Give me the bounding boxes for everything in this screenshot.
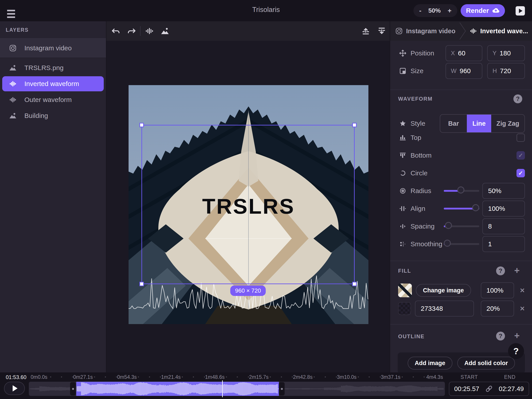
- add-waveform-button[interactable]: [144, 25, 155, 37]
- layer-label: Instagram video: [24, 44, 72, 52]
- fill-image-opacity-input[interactable]: 100%: [481, 282, 514, 298]
- align-label: Align: [411, 205, 425, 212]
- top-checkbox[interactable]: [516, 133, 525, 142]
- fill-add-button[interactable]: +: [513, 266, 521, 275]
- artboard[interactable]: TRSLRS 960 × 720: [129, 85, 368, 324]
- layer-item-outer-waveform[interactable]: Outer waveform: [0, 92, 106, 108]
- radius-value-input[interactable]: 50%: [482, 183, 525, 199]
- render-label: Render: [466, 7, 489, 14]
- divider: [390, 324, 532, 324]
- resize-handle-top-left[interactable]: [139, 123, 144, 127]
- canvas-area: TRSLRS 960 × 720: [106, 21, 390, 372]
- resize-handle-bottom-left[interactable]: [139, 282, 144, 286]
- circle-checkbox[interactable]: ✓: [516, 169, 525, 177]
- bottom-checkbox[interactable]: ✓: [516, 151, 525, 160]
- fill-color-opacity-input[interactable]: 20%: [481, 301, 514, 317]
- smoothing-row: Smoothing1: [390, 236, 532, 252]
- layer-item-trslrs-png[interactable]: TRSLRS.png: [0, 60, 106, 76]
- fill-help-button[interactable]: ?: [496, 266, 505, 275]
- remove-fill-image-button[interactable]: ✕: [520, 287, 525, 294]
- size-h-input[interactable]: H 720: [487, 63, 525, 79]
- ruler-minor-tick: [72, 376, 73, 378]
- outline-help-button[interactable]: ?: [496, 332, 505, 341]
- divider: [390, 261, 532, 261]
- align-slider-knob[interactable]: [472, 204, 479, 211]
- current-time: 01:53.60: [6, 374, 26, 380]
- waveform-help-button[interactable]: ?: [513, 95, 522, 103]
- change-image-button[interactable]: Change image: [416, 284, 471, 297]
- help-floating-button[interactable]: ?: [508, 343, 524, 359]
- smoothing-slider-knob[interactable]: [444, 240, 451, 247]
- radius-slider-knob[interactable]: [457, 186, 464, 194]
- remove-fill-color-button[interactable]: ✕: [520, 305, 525, 312]
- trim-end-handle[interactable]: [279, 382, 285, 395]
- position-x-input[interactable]: X 60: [446, 45, 482, 61]
- trim-start-input[interactable]: 00:25.57: [454, 385, 479, 393]
- bring-to-front-button[interactable]: [360, 25, 372, 37]
- fill-color-input[interactable]: 273348: [415, 301, 474, 317]
- fill-row-color: 273348 20% ✕: [390, 300, 532, 317]
- canvas-toolbar: [106, 21, 390, 41]
- circle-row: Circle✓: [390, 165, 532, 181]
- preview-button[interactable]: [516, 6, 525, 16]
- undo-button[interactable]: [110, 25, 121, 37]
- start-label: START: [461, 374, 478, 380]
- waveform-section-header: WAVEFORM: [398, 96, 433, 102]
- link-icon[interactable]: [485, 385, 493, 393]
- trim-start-handle[interactable]: [70, 382, 76, 395]
- layer-selection-box[interactable]: 960 × 720: [141, 125, 355, 284]
- outline-add-button[interactable]: +: [513, 331, 521, 340]
- divider: [140, 26, 140, 36]
- fill-color-swatch[interactable]: [398, 302, 411, 315]
- ruler-minor-tick: [193, 376, 194, 378]
- layer-item-building[interactable]: Building: [0, 108, 106, 124]
- outline-add-solid-color-button[interactable]: Add solid color: [457, 357, 515, 369]
- smoothing-value-input[interactable]: 1: [482, 236, 525, 252]
- zoom-in-button[interactable]: +: [448, 7, 451, 14]
- fill-image-thumbnail[interactable]: [398, 284, 412, 297]
- ruler-minor-tick: [237, 376, 238, 378]
- trim-end-input[interactable]: 02:27.49: [499, 385, 524, 393]
- radius-slider[interactable]: [444, 190, 479, 192]
- playhead[interactable]: [222, 380, 223, 397]
- outline-section-header: OUTLINE: [398, 333, 424, 340]
- outline-add-image-button[interactable]: Add image: [408, 357, 452, 369]
- ruler-minor-tick: [380, 376, 381, 378]
- bottom-icon: [398, 152, 407, 159]
- align-slider[interactable]: [444, 208, 479, 209]
- resize-icon: [398, 68, 407, 74]
- divider: [390, 89, 532, 90]
- ruler-tick-label: 4m4.3s: [426, 374, 443, 380]
- radius-label: Radius: [411, 187, 431, 195]
- position-label: Position: [411, 50, 434, 57]
- render-button[interactable]: Render: [461, 4, 505, 17]
- layer-label: TRSLRS.png: [24, 64, 64, 72]
- position-y-input[interactable]: Y 180: [487, 45, 525, 61]
- size-w-input[interactable]: W 960: [446, 63, 482, 79]
- ruler-minor-tick: [50, 376, 51, 378]
- ruler-tick-label: 1m21.4s: [161, 374, 181, 380]
- breadcrumb-parent[interactable]: Instagram video: [406, 27, 455, 35]
- layer-item-instagram-video[interactable]: Instagram video: [0, 38, 106, 58]
- align-value-input[interactable]: 100%: [482, 201, 525, 216]
- ruler-minor-tick: [116, 376, 117, 378]
- send-to-back-button[interactable]: [376, 25, 387, 37]
- ruler-tick-label: 0m0.0s: [31, 374, 47, 380]
- spacing-slider-knob[interactable]: [445, 222, 452, 229]
- zoom-out-button[interactable]: -: [419, 7, 421, 14]
- redo-button[interactable]: [126, 25, 137, 37]
- layer-item-inverted-waveform[interactable]: Inverted waveform: [2, 76, 104, 91]
- spacing-slider[interactable]: [444, 225, 479, 227]
- ruler-minor-tick: [248, 376, 249, 378]
- ruler-minor-tick: [61, 376, 62, 378]
- add-image-button[interactable]: [159, 25, 171, 37]
- smoothing-slider[interactable]: [444, 243, 479, 245]
- audio-track[interactable]: [29, 382, 445, 396]
- resize-handle-top-right[interactable]: [352, 123, 357, 127]
- play-button[interactable]: [4, 382, 25, 395]
- spacing-value-input[interactable]: 8: [482, 218, 525, 234]
- ruler-minor-tick: [292, 376, 293, 378]
- ruler-minor-tick: [402, 376, 403, 378]
- layer-label: Outer waveform: [24, 96, 72, 103]
- resize-handle-bottom-right[interactable]: [352, 282, 357, 286]
